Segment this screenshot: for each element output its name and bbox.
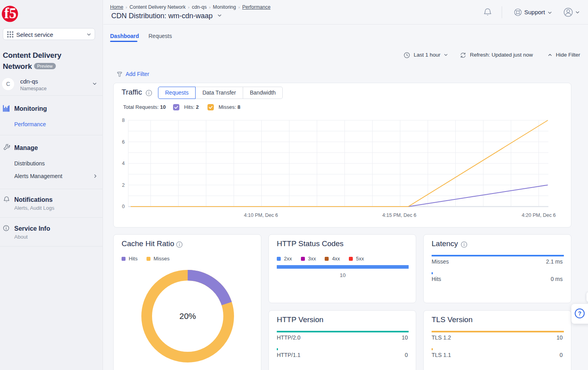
svg-text:4:15 PM, Dec 6: 4:15 PM, Dec 6 (382, 213, 416, 218)
svg-text:8: 8 (122, 118, 125, 123)
svg-text:20%: 20% (179, 311, 196, 321)
svg-text:4: 4 (122, 161, 125, 166)
svg-text:2: 2 (122, 182, 125, 188)
svg-text:0: 0 (122, 204, 125, 209)
svg-text:f5: f5 (4, 6, 17, 21)
svg-text:4:20 PM, Dec 6: 4:20 PM, Dec 6 (521, 213, 556, 218)
svg-text:6: 6 (122, 139, 125, 145)
svg-text:?: ? (578, 310, 582, 317)
svg-text:4:10 PM, Dec 6: 4:10 PM, Dec 6 (244, 213, 278, 218)
